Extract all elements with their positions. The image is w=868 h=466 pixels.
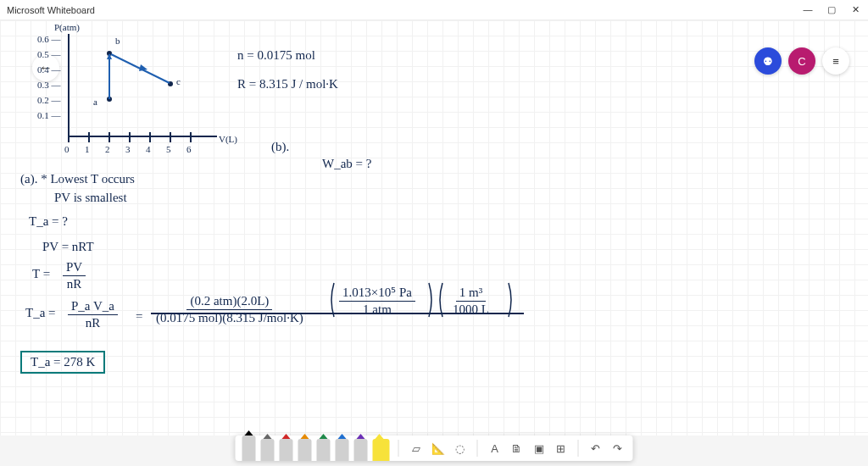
toolbar-separator (398, 440, 399, 457)
pen-orange[interactable] (298, 439, 312, 461)
note-R: R = 8.315 J / mol·K (237, 76, 338, 92)
image-tool[interactable]: ▣ (531, 440, 548, 457)
maximize-button[interactable]: ▢ (826, 4, 837, 15)
drawing-toolbar: ▱ 📐 ◌ A 🗎 ▣ ⊞ ↶ ↷ (236, 435, 633, 461)
note-Ta-fraction: P_a V_a nR (68, 298, 118, 331)
settings-menu-button[interactable]: ≡ (822, 47, 849, 75)
note-Ta-q: T_a = ? (29, 214, 68, 230)
avatar-initial: C (798, 55, 805, 68)
toolbar-separator (578, 440, 579, 457)
pen-red[interactable] (280, 439, 293, 461)
avatar[interactable]: C (788, 47, 815, 75)
note-ideal-gas: PV = nRT (42, 239, 94, 255)
whiteboard-canvas[interactable]: ← ⚉ C ≡ P(atm) V(L) 0.6 — 0.5 — 0.4 — 0.… (0, 20, 868, 435)
pen-blue[interactable] (336, 439, 349, 461)
pen-green[interactable] (317, 439, 331, 461)
menu-icon: ≡ (832, 55, 839, 68)
ruler-tool[interactable]: 📐 (430, 440, 447, 457)
highlighter[interactable] (373, 439, 390, 461)
long-fraction-bar (151, 312, 524, 315)
close-button[interactable]: ✕ (849, 4, 861, 15)
note-n: n = 0.0175 mol (237, 47, 315, 64)
pen-purple[interactable] (354, 439, 368, 461)
note-tool[interactable]: 🗎 (509, 440, 526, 457)
pen-black[interactable] (242, 435, 256, 461)
redo-button[interactable]: ↷ (609, 440, 626, 457)
add-tool[interactable]: ⊞ (553, 440, 570, 457)
frac-num: (0.2 atm)(2.0L) (186, 293, 272, 310)
app-title: Microsoft Whiteboard (7, 5, 802, 15)
graph-path (56, 34, 217, 153)
x-axis-label: V(L) (219, 134, 237, 144)
note-Ta-eq: T_a = (25, 305, 56, 321)
note-Wab: W_ab = ? (322, 156, 371, 172)
frac-num: P_a V_a (68, 298, 118, 315)
person-icon: ⚉ (763, 55, 773, 68)
y-axis-label: P(atm) (54, 22, 80, 32)
pen-gray[interactable] (261, 439, 275, 461)
note-result: T_a = 278 K (20, 351, 105, 374)
frac-den: nR (82, 315, 104, 331)
eraser-tool[interactable]: ▱ (408, 440, 425, 457)
text-tool[interactable]: A (487, 440, 504, 457)
pv-graph: P(atm) V(L) 0.6 — 0.5 — 0.4 — 0.3 — 0.2 … (56, 34, 217, 153)
titlebar: Microsoft Whiteboard — ▢ ✕ (0, 0, 868, 20)
note-T-fraction: PV nR (63, 259, 86, 292)
invite-button[interactable]: ⚉ (754, 47, 782, 75)
lasso-tool[interactable]: ◌ (452, 440, 469, 457)
note-equals: = (136, 308, 142, 325)
toolbar-separator (477, 440, 478, 457)
note-part-a: (a). * Lowest T occurs (20, 171, 135, 187)
note-T-eq: T = (32, 266, 50, 282)
frac-num: PV (63, 259, 86, 276)
paren-lines (329, 280, 515, 322)
note-part-b: (b). (271, 139, 289, 155)
minimize-button[interactable]: — (802, 4, 814, 15)
note-calc-main: (0.2 atm)(2.0L) (0.0175 mol)(8.315 J/mol… (153, 293, 307, 326)
note-pv-small: PV is smallest (54, 190, 127, 206)
window-controls: — ▢ ✕ (802, 4, 861, 15)
frac-den: nR (64, 276, 86, 292)
top-right-controls: ⚉ C ≡ (754, 47, 849, 75)
undo-button[interactable]: ↶ (587, 440, 604, 457)
